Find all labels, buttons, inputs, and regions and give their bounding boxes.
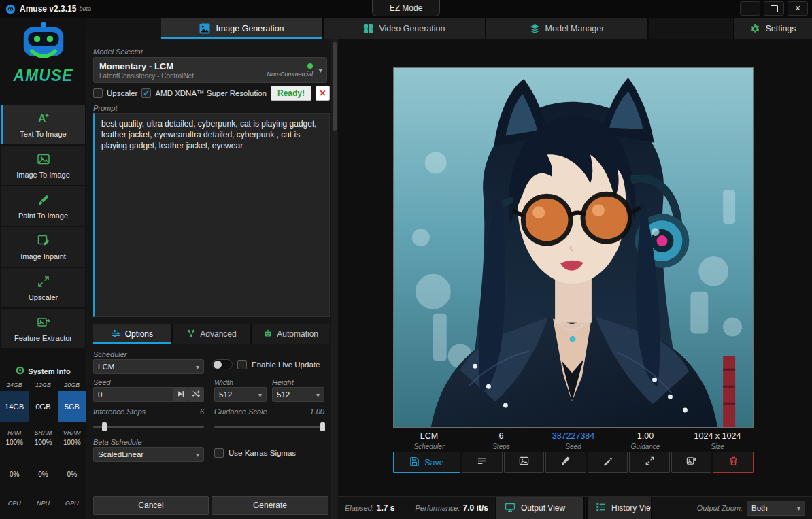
minimize-button[interactable]: — [740,1,760,16]
stat-steps: 6 Steps [465,431,537,450]
stat-steps-label: Steps [465,443,537,450]
width-select[interactable]: 512 ▾ [214,387,267,402]
tab-image-generation[interactable]: Image Generation [161,18,324,39]
paint-brush-icon [37,193,50,208]
sidebar-item-label: Image Inpaint [20,252,66,261]
sidebar-item-text-to-image[interactable]: A Text To Image [1,105,85,144]
karras-checkbox[interactable] [214,448,224,458]
xdna-checkbox[interactable]: ✓ [141,88,151,98]
text-to-image-icon: A [37,112,50,127]
model-unload-button[interactable]: ✕ [316,86,330,101]
chevron-down-icon: ▾ [196,363,199,371]
stat-size-label: Size [681,443,754,450]
model-status: Non-Commercial [267,63,313,78]
height-select[interactable]: 512 ▾ [272,387,324,402]
seed-input[interactable] [94,390,173,399]
ez-mode-button[interactable]: EZ Mode [372,0,440,16]
sidebar-item-paint-to-image[interactable]: Paint To Image [1,186,85,226]
live-update-checkbox[interactable] [237,360,247,369]
app-title: Amuse v2.3.15 [20,4,76,14]
toggle-knob [214,361,222,369]
export-image-button[interactable] [671,452,712,473]
ram-capacity: 24GB [7,382,22,388]
ram-used: 14GB [0,391,29,422]
upscaler-label: Upscaler [107,89,137,97]
tab-model-manager-label: Model Manager [545,24,605,33]
save-label: Save [424,458,444,467]
upscaler-checkbox[interactable] [93,88,103,98]
send-to-inpaint-button[interactable] [588,452,628,473]
generated-image-art [394,68,753,427]
send-to-image-button[interactable] [504,452,545,473]
live-update-toggle[interactable] [212,359,233,369]
inference-steps-value: 6 [93,407,204,416]
stat-seed-value[interactable]: 387227384 [537,431,609,441]
slider-handle[interactable] [102,422,107,431]
model-name: Momentary - LCM [99,61,267,71]
stat-scheduler-label: Scheduler [393,443,465,450]
tab-video-generation[interactable]: Video Generation [324,18,486,39]
chevron-down-icon: ▾ [797,505,800,512]
seed-reuse-button[interactable] [173,388,188,401]
guidance-scale-slider[interactable] [214,422,324,431]
scrollbar-thumb[interactable] [333,42,337,131]
tab-model-manager[interactable]: Model Manager [486,18,649,39]
tab-options[interactable]: Options [93,324,173,344]
generated-image[interactable] [393,67,754,428]
seed-shuffle-button[interactable] [188,388,203,401]
cpu-label: CPU [8,500,21,507]
chevron-down-icon: ▾ [196,451,199,458]
close-window-button[interactable]: ✕ [788,1,808,16]
sidebar-item-image-to-image[interactable]: Image To Image [1,146,85,185]
view-details-button[interactable] [462,452,503,473]
send-to-paint-button[interactable] [545,452,586,473]
sidebar: AMUSE A Text To Image Image To Image Pai… [0,18,86,519]
height-value: 512 [277,390,290,399]
ready-label: Ready! [277,88,305,98]
maximize-button[interactable] [764,1,784,16]
beta-schedule-label: Beta Schedule [93,438,142,446]
model-selector-dropdown[interactable]: Momentary - LCM LatentConsistency - Cont… [93,57,327,83]
settings-button[interactable]: Settings [733,18,812,39]
model-selector-label: Model Selector [93,48,143,56]
sidebar-item-label: Upscaler [29,293,58,301]
scheduler-select[interactable]: LCM ▾ [93,359,204,374]
stat-seed-label: Seed [537,443,609,450]
minimize-icon: — [747,5,754,13]
sidebar-item-feature-extractor[interactable]: Feature Extractor [1,309,85,348]
panel-scrollbar[interactable] [331,39,338,519]
upscale-arrows-icon [37,275,50,290]
prompt-textarea[interactable]: best quality, ultra detailed, cyberpunk,… [93,113,330,317]
options-tabbar: Options Advanced Automation [93,324,330,344]
output-view-button[interactable]: Output View [495,497,585,519]
tab-advanced[interactable]: Advanced [173,324,252,344]
amuse-logo-text: AMUSE [13,67,73,85]
statusbar: Elapsed: 1.7 s Performance: 7.0 it/s Out… [338,496,812,519]
upscaler-bar: Upscaler ✓ AMD XDNA™ Super Resolution Re… [93,85,330,101]
cancel-button[interactable]: Cancel [93,496,209,515]
system-gauges: 24GB 14GB RAM 100% 0% CPU 12GB 0GB SRAM … [0,382,86,507]
delete-image-button[interactable] [713,452,754,473]
expand-arrows-icon [645,456,655,469]
performance-label: Performance: [416,504,460,512]
history-view-button[interactable]: History View [586,497,652,519]
image-icon [519,456,529,469]
stat-size: 1024 x 1024 Size [681,431,754,450]
inference-steps-slider[interactable] [93,422,204,431]
beta-schedule-select[interactable]: ScaledLinear ▾ [93,447,204,462]
slider-track [214,426,324,428]
automation-robot-icon [263,329,273,340]
slider-handle[interactable] [320,422,325,431]
save-button[interactable]: Save [393,452,460,473]
ez-mode-label: EZ Mode [390,3,423,13]
sidebar-item-image-inpaint[interactable]: Image Inpaint [1,227,85,267]
ready-button[interactable]: Ready! [271,86,311,101]
chevron-down-icon: ▾ [258,391,262,399]
sidebar-item-upscaler[interactable]: Upscaler [1,268,85,307]
output-zoom-select[interactable]: Both ▾ [747,501,805,516]
tab-automation[interactable]: Automation [252,324,330,344]
generate-button[interactable]: Generate [212,496,328,515]
send-to-upscaler-button[interactable] [629,452,670,473]
check-icon: ✓ [143,89,150,97]
xdna-label: AMD XDNA™ Super Resolution [155,89,267,97]
